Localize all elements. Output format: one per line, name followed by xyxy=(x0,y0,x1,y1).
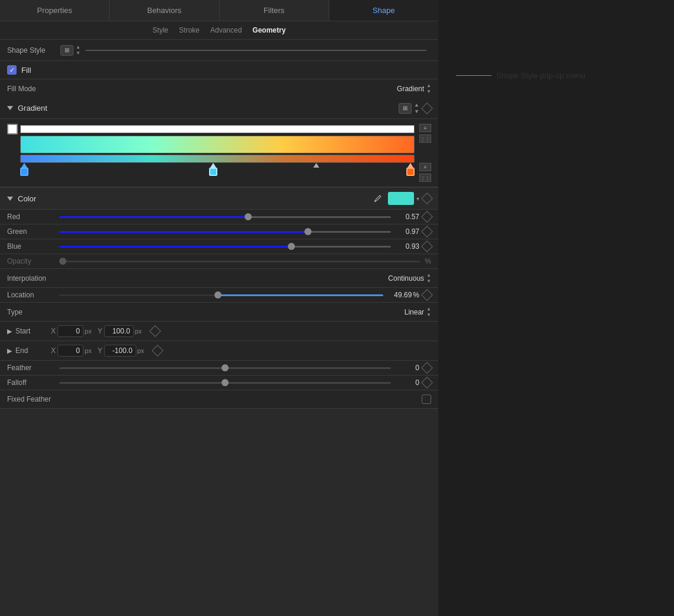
gradient-collapse-arrow[interactable] xyxy=(7,106,13,110)
color-collapse-arrow[interactable] xyxy=(7,197,13,201)
start-y-unit: px xyxy=(135,328,142,335)
type-stepper[interactable]: ▲▼ xyxy=(426,306,431,317)
subtab-stroke[interactable]: Stroke xyxy=(179,26,200,34)
end-row: ▶ End X px Y px xyxy=(0,341,438,360)
start-keyframe[interactable] xyxy=(149,325,161,337)
fill-mode-stepper[interactable]: ▲▼ xyxy=(426,83,431,94)
grad-icon-2[interactable]: ⋮⋮ xyxy=(419,134,431,143)
stop-mid[interactable] xyxy=(209,163,217,176)
location-value[interactable]: 49.69 xyxy=(388,291,412,299)
type-row: Type Linear ▲▼ xyxy=(0,302,438,321)
main-gradient-bar[interactable] xyxy=(20,136,415,153)
grad-icon-4[interactable]: ⋮⋮ xyxy=(419,174,431,182)
start-x-label: X xyxy=(51,327,56,335)
subtab-advanced[interactable]: Advanced xyxy=(210,26,242,34)
color-chevron[interactable]: ▾ xyxy=(416,195,419,202)
grad-icon-3[interactable]: ≡ xyxy=(419,163,431,171)
falloff-slider[interactable] xyxy=(59,382,391,384)
feather-label: Feather xyxy=(7,364,54,372)
end-y-input[interactable] xyxy=(104,345,136,357)
end-x-input[interactable] xyxy=(57,345,84,357)
gradient-bars xyxy=(7,124,415,179)
eyedropper-icon[interactable] xyxy=(373,193,383,204)
location-unit: % xyxy=(413,291,419,299)
gradient-stepper[interactable]: ▲▼ xyxy=(414,102,419,114)
end-x-unit: px xyxy=(85,347,92,354)
stop-right-arrow[interactable] xyxy=(313,163,319,168)
feather-value[interactable]: 0 xyxy=(396,364,419,372)
opacity-thumb[interactable] xyxy=(59,258,66,265)
opacity-slider[interactable] xyxy=(59,261,420,262)
red-value[interactable]: 0.57 xyxy=(396,213,419,221)
interpolation-stepper[interactable]: ▲▼ xyxy=(426,272,431,284)
bottom-gradient-bar[interactable] xyxy=(20,155,415,163)
tab-shape[interactable]: Shape xyxy=(329,0,438,21)
color-keyframe-btn[interactable] xyxy=(421,192,433,204)
fixed-feather-checkbox[interactable] xyxy=(422,394,431,404)
fill-checkbox[interactable]: ✓ xyxy=(7,65,17,75)
interpolation-label: Interpolation xyxy=(7,274,78,283)
green-keyframe[interactable] xyxy=(421,226,433,238)
tab-filters[interactable]: Filters xyxy=(220,0,329,21)
stop-orange[interactable] xyxy=(406,163,415,176)
annotation-line-graphic xyxy=(456,75,492,76)
feather-thumb[interactable] xyxy=(222,364,229,371)
shape-style-control[interactable]: ⊞ ▲▼ xyxy=(60,44,81,56)
top-stop-row xyxy=(7,124,415,134)
type-select[interactable]: Linear ▲▼ xyxy=(405,306,431,317)
feather-slider-row: Feather 0 xyxy=(0,360,438,375)
falloff-keyframe[interactable] xyxy=(421,377,433,389)
interpolation-select[interactable]: Continuous ▲▼ xyxy=(388,272,431,284)
interpolation-row: Interpolation Continuous ▲▼ xyxy=(0,268,438,287)
subtab-geometry[interactable]: Geometry xyxy=(252,26,285,34)
fill-mode-value: Gradient ▲▼ xyxy=(78,83,431,94)
green-slider[interactable] xyxy=(59,231,391,233)
type-value-area: Linear ▲▼ xyxy=(78,306,431,317)
red-slider[interactable] xyxy=(59,216,391,218)
gradient-copy-icon[interactable]: ⊞ xyxy=(399,103,412,114)
feather-keyframe[interactable] xyxy=(421,362,433,374)
stop-left[interactable] xyxy=(20,163,28,176)
type-label: Type xyxy=(7,308,78,316)
shape-style-stepper[interactable]: ▲▼ xyxy=(76,44,81,56)
shape-style-icon[interactable]: ⊞ xyxy=(60,45,73,56)
blue-slider-row: Blue 0.93 xyxy=(0,239,438,254)
falloff-thumb[interactable] xyxy=(222,379,229,386)
white-stop-handle[interactable] xyxy=(7,124,18,134)
color-header: Color ▾ xyxy=(0,187,438,209)
top-tabs: Properties Behaviors Filters Shape xyxy=(0,0,438,21)
gradient-keyframe-btn[interactable] xyxy=(421,102,433,114)
fixed-feather-row: Fixed Feather xyxy=(0,390,438,408)
blue-value[interactable]: 0.93 xyxy=(396,242,419,251)
fixed-feather-label: Fixed Feather xyxy=(7,395,78,403)
location-slider[interactable] xyxy=(59,294,383,296)
fill-header: ✓ Fill xyxy=(0,61,438,79)
opacity-slider-row: Opacity % xyxy=(0,254,438,268)
red-keyframe[interactable] xyxy=(421,211,433,223)
green-value[interactable]: 0.97 xyxy=(396,227,419,236)
start-y-input[interactable] xyxy=(104,325,134,337)
end-keyframe[interactable] xyxy=(152,345,163,357)
start-x-input[interactable] xyxy=(57,325,84,337)
white-gradient-bar xyxy=(20,125,415,133)
feather-slider[interactable] xyxy=(59,367,391,369)
tab-behaviors[interactable]: Behaviors xyxy=(110,0,219,21)
start-row: ▶ Start X px Y px xyxy=(0,321,438,341)
tab-properties[interactable]: Properties xyxy=(0,0,110,21)
start-expand[interactable]: ▶ xyxy=(7,328,12,335)
subtab-style[interactable]: Style xyxy=(153,26,169,34)
shape-style-slider[interactable] xyxy=(85,50,426,51)
fill-mode-label: Fill Mode xyxy=(7,85,78,93)
gradient-area: ≡ ⋮⋮ ≡ ⋮⋮ xyxy=(0,119,438,187)
location-keyframe[interactable] xyxy=(421,289,433,301)
color-swatch[interactable] xyxy=(388,192,414,205)
falloff-value[interactable]: 0 xyxy=(396,378,419,387)
end-expand[interactable]: ▶ xyxy=(7,347,12,355)
blue-keyframe[interactable] xyxy=(421,240,433,252)
fill-mode-select[interactable]: Gradient ▲▼ xyxy=(397,83,431,94)
location-thumb[interactable] xyxy=(214,291,222,299)
gradient-bar-wrapper: ≡ ⋮⋮ ≡ ⋮⋮ xyxy=(7,124,431,182)
blue-slider[interactable] xyxy=(59,246,391,248)
grad-icon-1[interactable]: ≡ xyxy=(419,124,431,132)
red-slider-row: Red 0.57 xyxy=(0,209,438,224)
